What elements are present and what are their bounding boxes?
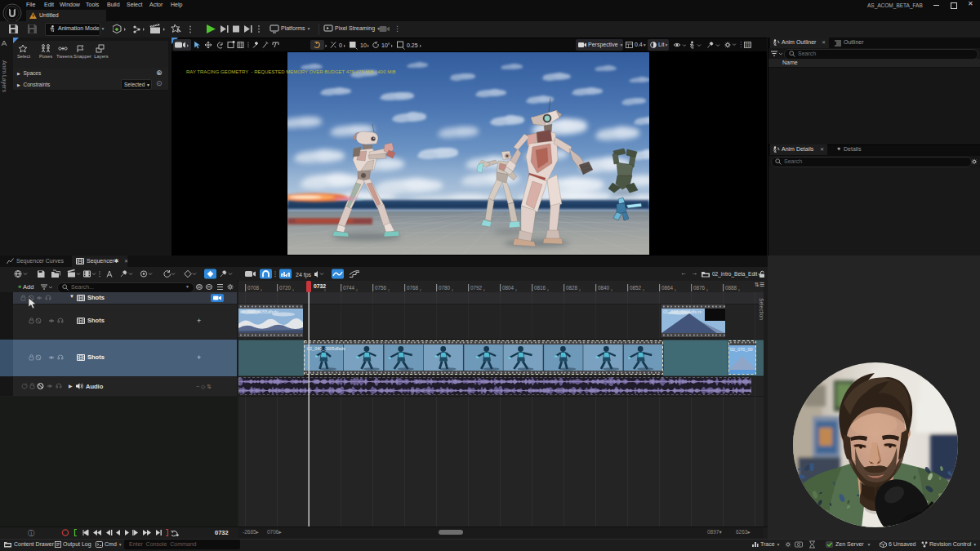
svg-text:0888: 0888 [725,285,737,291]
svg-text:10: 10 [360,42,367,48]
svg-text:0720: 0720 [279,285,292,291]
svg-text:0732: 0732 [314,283,326,289]
svg-text:0792: 0792 [470,285,483,291]
svg-text:0756: 0756 [375,285,387,291]
svg-text:0: 0 [339,42,342,48]
svg-text:10°: 10° [381,42,390,48]
svg-text:0.25: 0.25 [407,42,418,48]
svg-text:0864: 0864 [662,285,674,291]
svg-text:0708: 0708 [247,285,260,291]
svg-text:0876: 0876 [693,285,706,291]
svg-text:0768: 0768 [407,285,419,291]
svg-text:0840: 0840 [598,285,610,291]
svg-text:0828: 0828 [566,285,578,291]
svg-text:0780: 0780 [439,285,451,291]
svg-text:0852: 0852 [630,285,642,291]
svg-text:0744: 0744 [343,285,355,291]
svg-text:02_070_00: 02_070_00 [730,347,753,352]
svg-text:01_010_0006dfs.rs: 01_010_0006dfs.rs [663,309,702,314]
svg-text:0816: 0816 [534,285,546,291]
svg-text:0804: 0804 [502,285,514,291]
svg-text:02_040_0005dfsdv: 02_040_0005dfsdv [307,346,345,351]
svg-text:01_040_0055dfsdv: 01_040_0055dfsdv [240,309,278,314]
svg-text:24 fps: 24 fps [296,272,312,278]
